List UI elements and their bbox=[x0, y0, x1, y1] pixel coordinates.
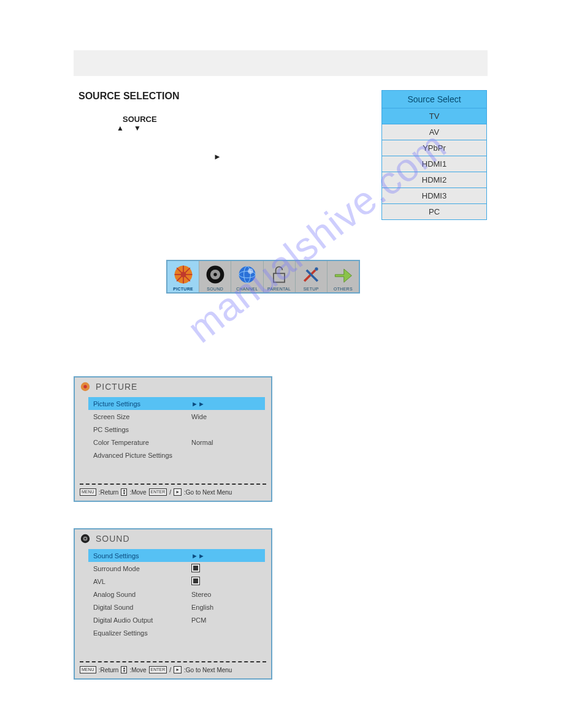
picture-footer-hints: MENU :Return ▲▼ :Move ENTER / ► :Go to N… bbox=[75, 487, 271, 501]
hint-move: :Move bbox=[129, 667, 146, 673]
sound-panel-header: SOUND bbox=[75, 529, 271, 549]
sound-row[interactable]: AVL bbox=[88, 575, 265, 588]
row-key: Sound Settings bbox=[93, 552, 191, 559]
source-select-title: Source Select bbox=[382, 91, 486, 108]
updown-key-icon: ▲▼ bbox=[121, 666, 127, 673]
sunburst-icon bbox=[172, 264, 194, 286]
row-key: Analog Sound bbox=[93, 591, 191, 598]
picture-row[interactable]: Picture Settings►► bbox=[88, 397, 265, 410]
source-item-ypbpr[interactable]: YPbPr bbox=[382, 140, 486, 156]
svg-line-14 bbox=[304, 270, 315, 281]
checkbox-icon bbox=[191, 577, 200, 585]
row-value bbox=[191, 577, 260, 586]
picture-row[interactable]: Advanced Picture Settings bbox=[88, 449, 265, 461]
sound-row[interactable]: Equalizer Settings bbox=[88, 626, 265, 639]
menu-tab-label: CHANNEL bbox=[232, 287, 261, 291]
lock-icon bbox=[268, 264, 290, 286]
hint-goto: :Go to Next Menu bbox=[184, 667, 232, 673]
row-value: Normal bbox=[191, 439, 260, 446]
label-source: SOURCE bbox=[123, 115, 157, 124]
row-key: Color Temperature bbox=[93, 439, 191, 446]
enter-key-icon: ENTER bbox=[149, 666, 167, 673]
sound-menu-panel: SOUND Sound Settings►►Surround ModeAVLAn… bbox=[74, 528, 272, 680]
arrow-icon bbox=[332, 264, 354, 286]
sound-row[interactable]: Digital SoundEnglish bbox=[88, 601, 265, 613]
hint-return: :Return bbox=[99, 667, 119, 673]
enter-key-icon: ENTER bbox=[149, 488, 167, 496]
row-value bbox=[191, 564, 260, 574]
svg-line-15 bbox=[307, 270, 318, 281]
svg-rect-13 bbox=[274, 273, 285, 282]
picture-panel-title: PICTURE bbox=[96, 382, 137, 392]
row-key: AVL bbox=[93, 578, 191, 585]
main-menu-icon-bar: PICTURESOUNDCHANNELPARENTALSETUPOTHERS bbox=[166, 260, 360, 294]
source-item-av[interactable]: AV bbox=[382, 124, 486, 140]
picture-panel-header: PICTURE bbox=[75, 377, 271, 397]
menu-tab-sound[interactable]: SOUND bbox=[199, 261, 231, 292]
triangle-up-icon: ▲ bbox=[117, 124, 124, 132]
sunburst-icon bbox=[80, 381, 91, 392]
row-value: Stereo bbox=[191, 591, 260, 598]
sound-row[interactable]: Surround Mode bbox=[88, 562, 265, 575]
divider bbox=[80, 661, 266, 662]
menu-tab-picture[interactable]: PICTURE bbox=[167, 261, 199, 292]
picture-row[interactable]: Color TemperatureNormal bbox=[88, 436, 265, 449]
row-value: English bbox=[191, 604, 260, 611]
page-header-band bbox=[74, 50, 488, 76]
hint-move: :Move bbox=[129, 489, 146, 496]
menu-key-icon: MENU bbox=[80, 488, 96, 496]
source-item-hdmi1[interactable]: HDMI1 bbox=[382, 156, 486, 172]
svg-point-18 bbox=[83, 385, 86, 388]
speaker-icon bbox=[80, 533, 91, 544]
svg-point-5 bbox=[180, 272, 186, 278]
row-key: Digital Audio Output bbox=[93, 616, 191, 624]
triangle-right-icon: ► bbox=[213, 152, 221, 161]
svg-point-12 bbox=[248, 268, 253, 274]
menu-tab-label: OTHERS bbox=[329, 287, 358, 291]
row-key: Equalizer Settings bbox=[93, 629, 191, 637]
svg-point-16 bbox=[315, 267, 318, 270]
globe-icon bbox=[236, 264, 258, 286]
play-key-icon: ► bbox=[174, 666, 182, 673]
svg-point-21 bbox=[85, 538, 86, 540]
menu-tab-label: SETUP bbox=[297, 287, 326, 291]
sound-footer-hints: MENU :Return ▲▼ :Move ENTER / ► :Go to N… bbox=[75, 665, 271, 678]
picture-menu-panel: PICTURE Picture Settings►►Screen SizeWid… bbox=[74, 376, 272, 502]
menu-tab-others[interactable]: OTHERS bbox=[327, 261, 359, 292]
picture-rows: Picture Settings►►Screen SizeWidePC Sett… bbox=[75, 397, 271, 477]
row-value: ►► bbox=[191, 400, 260, 408]
sound-rows: Sound Settings►►Surround ModeAVLAnalog S… bbox=[75, 549, 271, 655]
menu-tab-setup[interactable]: SETUP bbox=[296, 261, 327, 292]
hint-slash: / bbox=[169, 667, 171, 673]
menu-tab-parental[interactable]: PARENTAL bbox=[264, 261, 296, 292]
menu-tab-label: PARENTAL bbox=[265, 287, 294, 291]
hint-slash: / bbox=[169, 489, 171, 496]
source-item-hdmi3[interactable]: HDMI3 bbox=[382, 188, 486, 204]
row-value: ►► bbox=[191, 552, 260, 559]
menu-tab-label: PICTURE bbox=[169, 287, 197, 291]
checkbox-icon bbox=[191, 564, 200, 572]
row-key: Picture Settings bbox=[93, 400, 191, 408]
menu-tab-label: SOUND bbox=[201, 287, 229, 291]
row-key: Advanced Picture Settings bbox=[93, 452, 191, 459]
manual-page: SOURCE SELECTION SOURCE ▲ ▼ ► Source Sel… bbox=[0, 0, 563, 728]
divider bbox=[80, 483, 266, 485]
picture-row[interactable]: Screen SizeWide bbox=[88, 410, 265, 423]
row-key: PC Settings bbox=[93, 426, 191, 433]
svg-point-9 bbox=[239, 267, 255, 283]
row-key: Screen Size bbox=[93, 413, 191, 420]
row-key: Surround Mode bbox=[93, 565, 191, 572]
sound-row[interactable]: Digital Audio OutputPCM bbox=[88, 613, 265, 626]
picture-row[interactable]: PC Settings bbox=[88, 423, 265, 436]
speaker-icon bbox=[204, 264, 226, 286]
menu-key-icon: MENU bbox=[80, 666, 96, 673]
sound-row[interactable]: Sound Settings►► bbox=[88, 549, 265, 562]
sound-row[interactable]: Analog SoundStereo bbox=[88, 588, 265, 601]
updown-key-icon: ▲▼ bbox=[121, 488, 127, 496]
source-item-hdmi2[interactable]: HDMI2 bbox=[382, 172, 486, 188]
menu-tab-channel[interactable]: CHANNEL bbox=[231, 261, 263, 292]
source-item-pc[interactable]: PC bbox=[382, 204, 486, 219]
row-value: PCM bbox=[191, 616, 260, 624]
play-key-icon: ► bbox=[174, 488, 182, 496]
source-item-tv[interactable]: TV bbox=[382, 108, 486, 124]
